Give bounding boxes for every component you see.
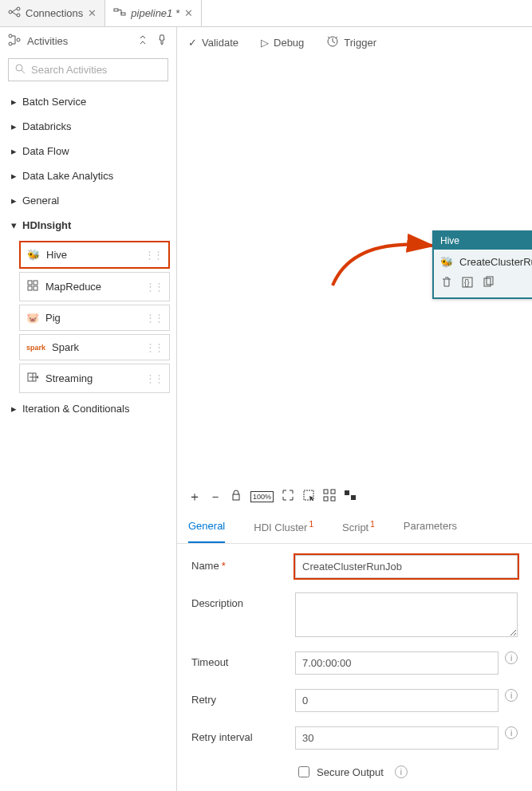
tree-dataflow[interactable]: ▸Data Flow xyxy=(0,139,176,163)
svg-point-2 xyxy=(17,14,20,17)
tree-databricks[interactable]: ▸Databricks xyxy=(0,114,176,139)
timeout-label: Timeout xyxy=(191,651,295,668)
prop-tab-hdi[interactable]: HDI Cluster1 xyxy=(254,512,313,543)
tab-label: Parameters xyxy=(404,520,457,532)
tree-general[interactable]: ▸General xyxy=(0,188,176,213)
activities-panel: Activities Search Activities ▸Batch Serv… xyxy=(0,27,177,791)
zoom-100-icon[interactable]: 100% xyxy=(250,491,274,502)
svg-line-4 xyxy=(12,12,17,15)
pipeline-canvas[interactable]: Hive 🐝 CreateClusterRunJob {} xyxy=(177,58,532,482)
node-name-row: 🐝 CreateClusterRunJob xyxy=(440,256,532,268)
btn-label: Validate xyxy=(202,37,238,49)
tree-label: General xyxy=(22,195,59,207)
info-icon[interactable]: i xyxy=(505,726,518,739)
hdinsight-items: 🐝Hive ⋮⋮ MapReduce ⋮⋮ 🐷Pig ⋮⋮ sparkSpark… xyxy=(0,241,176,393)
activity-mapreduce[interactable]: MapReduce ⋮⋮ xyxy=(19,272,170,301)
prop-tab-parameters[interactable]: Parameters xyxy=(404,512,457,543)
svg-rect-31 xyxy=(351,495,356,500)
secure-output-label: Secure Output xyxy=(317,766,384,778)
item-label: Spark xyxy=(52,341,79,353)
connections-icon xyxy=(8,6,21,21)
search-input[interactable]: Search Activities xyxy=(8,58,168,81)
grip-icon: ⋮⋮ xyxy=(144,249,162,261)
svg-rect-29 xyxy=(331,497,335,501)
close-icon[interactable]: ✕ xyxy=(88,7,97,19)
tree-dla[interactable]: ▸Data Lake Analytics xyxy=(0,163,176,188)
btn-label: Debug xyxy=(274,37,304,49)
delete-icon[interactable] xyxy=(440,276,453,291)
prop-tab-script[interactable]: Script1 xyxy=(342,512,375,543)
code-icon[interactable]: {} xyxy=(461,276,474,291)
item-label: Hive xyxy=(46,249,67,261)
tree-hdinsight[interactable]: ▾HDInsight xyxy=(0,213,176,238)
activity-pig[interactable]: 🐷Pig ⋮⋮ xyxy=(19,305,170,331)
grip-icon: ⋮⋮ xyxy=(145,341,163,353)
retry-interval-label: Retry interval xyxy=(191,726,295,743)
tree-iteration[interactable]: ▸Iteration & Conditionals xyxy=(0,396,176,421)
zoom-in-icon[interactable]: ＋ xyxy=(188,489,201,506)
streaming-icon xyxy=(26,371,39,386)
hive-activity-node[interactable]: Hive 🐝 CreateClusterRunJob {} xyxy=(432,230,532,299)
tree-batch[interactable]: ▸Batch Service xyxy=(0,89,176,114)
info-icon[interactable]: i xyxy=(505,689,518,702)
tab-connections-label: Connections xyxy=(26,7,83,19)
editor-tabs: Connections ✕ pipeline1 * ✕ xyxy=(0,0,532,27)
spark-icon: spark xyxy=(26,344,45,352)
align-icon[interactable] xyxy=(344,489,357,505)
name-input[interactable] xyxy=(295,555,518,578)
tree-label: Data Flow xyxy=(22,145,69,157)
prop-tab-general[interactable]: General xyxy=(188,512,225,543)
svg-point-9 xyxy=(9,42,12,45)
info-icon[interactable]: i xyxy=(505,651,518,664)
activities-title: Activities xyxy=(27,35,68,47)
timeout-input[interactable] xyxy=(295,651,499,675)
svg-text:{}: {} xyxy=(464,278,470,287)
retry-interval-input[interactable] xyxy=(295,726,499,750)
tab-pipeline[interactable]: pipeline1 * ✕ xyxy=(105,0,202,26)
debug-button[interactable]: ▷Debug xyxy=(261,37,304,49)
node-header: Hive xyxy=(434,232,532,250)
property-tabs: General HDI Cluster1 Script1 Parameters xyxy=(177,512,532,544)
tab-pipeline-label: pipeline1 * xyxy=(131,7,179,19)
tab-connections[interactable]: Connections ✕ xyxy=(0,0,105,26)
mapreduce-icon xyxy=(26,279,39,294)
validate-button[interactable]: ✓Validate xyxy=(188,37,238,49)
tab-label: Script xyxy=(342,521,368,533)
item-label: MapReduce xyxy=(45,281,101,293)
retry-input[interactable] xyxy=(295,689,499,712)
pin-icon[interactable] xyxy=(156,33,168,49)
activity-hive[interactable]: 🐝Hive ⋮⋮ xyxy=(19,241,170,269)
chevron-right-icon: ▸ xyxy=(11,145,18,157)
pig-icon: 🐷 xyxy=(26,312,39,324)
desc-input[interactable] xyxy=(295,592,518,637)
tree-label: Iteration & Conditionals xyxy=(22,403,129,415)
activity-spark[interactable]: sparkSpark ⋮⋮ xyxy=(19,334,170,360)
secure-output-checkbox[interactable] xyxy=(298,766,309,777)
svg-rect-12 xyxy=(28,281,32,285)
zoom-out-icon[interactable]: － xyxy=(209,489,222,506)
close-icon[interactable]: ✕ xyxy=(184,7,193,19)
grip-icon: ⋮⋮ xyxy=(145,312,163,324)
copy-icon[interactable] xyxy=(482,276,495,291)
chevron-right-icon: ▸ xyxy=(11,120,18,132)
svg-rect-14 xyxy=(28,286,32,290)
main: Activities Search Activities ▸Batch Serv… xyxy=(0,27,532,791)
fit-screen-icon[interactable] xyxy=(282,489,294,505)
select-icon[interactable] xyxy=(302,489,315,505)
activity-streaming[interactable]: Streaming ⋮⋮ xyxy=(19,364,170,393)
svg-rect-30 xyxy=(345,490,349,495)
svg-rect-26 xyxy=(324,490,328,494)
svg-rect-6 xyxy=(121,13,125,15)
autolayout-icon[interactable] xyxy=(323,489,336,505)
hive-icon: 🐝 xyxy=(440,256,453,268)
item-label: Streaming xyxy=(45,372,93,384)
info-icon[interactable]: i xyxy=(395,765,408,778)
search-icon xyxy=(14,62,26,77)
svg-rect-27 xyxy=(331,490,335,494)
canvas-area: ✓Validate ▷Debug Trigger Hive 🐝 xyxy=(177,27,532,791)
trigger-button[interactable]: Trigger xyxy=(326,35,376,50)
collapse-all-icon[interactable] xyxy=(138,33,151,49)
lock-icon[interactable] xyxy=(230,489,242,505)
item-label: Pig xyxy=(45,312,61,324)
tab-label: General xyxy=(188,520,225,532)
